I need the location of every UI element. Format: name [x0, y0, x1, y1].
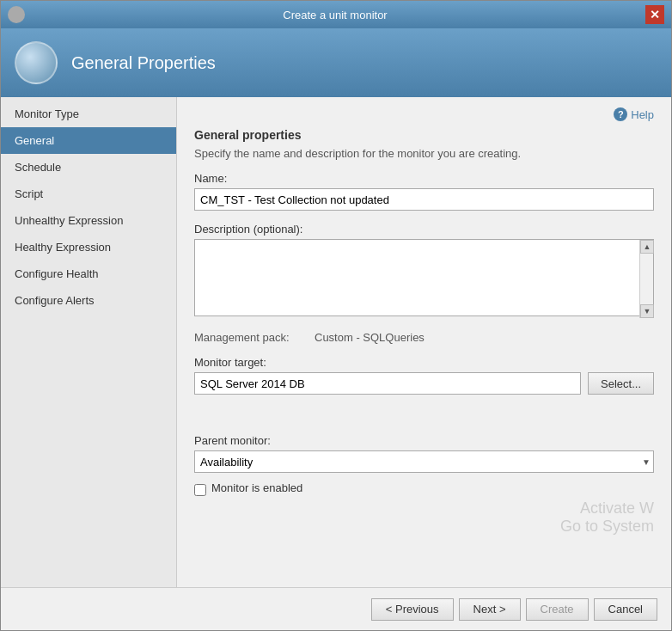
monitor-enabled-label: Monitor is enabled [211, 481, 302, 494]
header-title: General Properties [71, 53, 216, 73]
scrollbar: ▲ ▼ [639, 240, 653, 318]
scroll-up-arrow[interactable]: ▲ [640, 240, 654, 254]
content-area: ? Help General properties Specify the na… [177, 97, 671, 587]
main-content: Monitor Type General Schedule Script Unh… [1, 97, 671, 587]
name-label-row: Name: [194, 172, 654, 185]
description-wrap: ▲ ▼ [194, 239, 654, 319]
sidebar-item-healthy-expression[interactable]: Healthy Expression [1, 234, 176, 260]
monitor-target-row: Select... [194, 372, 654, 395]
monitor-target-input[interactable] [194, 372, 581, 395]
parent-monitor-dropdown-wrap: Availability Performance Security ▼ [194, 450, 654, 473]
description-input[interactable] [194, 239, 654, 316]
monitor-target-label-row: Monitor target: [194, 356, 654, 369]
bottom-bar: < Previous Next > Create Cancel [1, 587, 671, 630]
header-bar: General Properties [1, 28, 671, 97]
monitor-target-label: Monitor target: [194, 356, 266, 369]
header-icon [15, 41, 58, 84]
cancel-button[interactable]: Cancel [594, 598, 657, 621]
description-label: Description (optional): [194, 223, 302, 236]
sidebar-item-schedule[interactable]: Schedule [1, 154, 176, 181]
sidebar-item-configure-alerts[interactable]: Configure Alerts [1, 287, 176, 314]
name-input[interactable] [194, 188, 654, 211]
monitor-enabled-row: Monitor is enabled [194, 481, 654, 498]
sidebar: Monitor Type General Schedule Script Unh… [1, 97, 177, 587]
parent-monitor-label: Parent monitor: [194, 434, 271, 447]
titlebar: Create a unit monitor ✕ [1, 1, 671, 28]
watermark: Activate W Go to System [560, 499, 654, 536]
next-button[interactable]: Next > [459, 598, 521, 621]
section-desc: Specify the name and description for the… [194, 147, 654, 160]
help-label: Help [631, 108, 654, 121]
management-pack-value: Custom - SQLQueries [315, 331, 425, 344]
monitor-enabled-checkbox[interactable] [194, 484, 206, 496]
sidebar-item-configure-health[interactable]: Configure Health [1, 260, 176, 287]
window-title: Create a unit monitor [25, 9, 645, 21]
sidebar-item-monitor-type[interactable]: Monitor Type [1, 101, 176, 127]
main-window: Create a unit monitor ✕ General Properti… [0, 0, 672, 631]
sidebar-item-unhealthy-expression[interactable]: Unhealthy Expression [1, 207, 176, 234]
window-icon [8, 6, 25, 23]
section-title: General properties [194, 128, 654, 142]
previous-button[interactable]: < Previous [371, 598, 454, 621]
parent-monitor-section: Parent monitor: Availability Performance… [194, 434, 654, 473]
help-row: ? Help [194, 107, 654, 121]
scroll-down-arrow[interactable]: ▼ [640, 304, 654, 318]
management-pack-row: Management pack: Custom - SQLQueries [194, 331, 654, 344]
name-label: Name: [194, 172, 227, 185]
select-button[interactable]: Select... [588, 372, 654, 395]
help-link[interactable]: ? Help [614, 107, 654, 121]
create-button[interactable]: Create [526, 598, 589, 621]
close-button[interactable]: ✕ [645, 5, 664, 24]
sidebar-item-script[interactable]: Script [1, 181, 176, 207]
help-icon: ? [614, 107, 627, 121]
parent-monitor-select[interactable]: Availability Performance Security [194, 450, 654, 473]
sidebar-item-general[interactable]: General [1, 127, 176, 154]
description-label-row: Description (optional): [194, 223, 654, 236]
management-pack-label: Management pack: [194, 331, 315, 344]
